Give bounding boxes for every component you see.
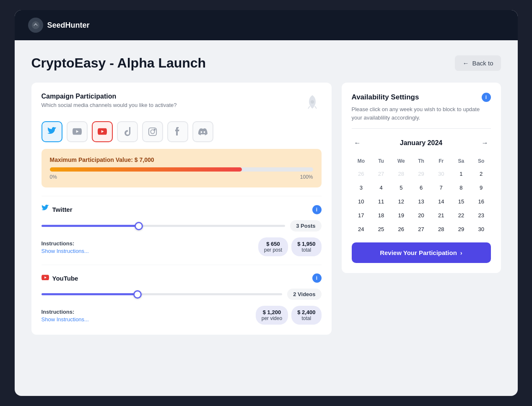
calendar-day[interactable]: 16	[472, 195, 491, 208]
calendar-day[interactable]: 17	[352, 209, 371, 222]
calendar-day[interactable]: 22	[452, 209, 471, 222]
calendar-day-header: Mo	[352, 156, 371, 167]
calendar-day[interactable]: 28	[431, 223, 451, 236]
calendar-day[interactable]: 19	[392, 209, 411, 222]
social-btn-discord[interactable]	[192, 121, 213, 142]
calendar-day[interactable]: 20	[412, 209, 431, 222]
svg-point-0	[31, 21, 39, 29]
rocket-icon	[303, 93, 322, 113]
calendar-day[interactable]: 29	[452, 223, 471, 236]
twitter-slider-row: 3 Posts	[42, 220, 322, 232]
availability-info-icon[interactable]: i	[482, 93, 491, 102]
calendar-month: January 2024	[400, 139, 442, 147]
youtube-icon	[42, 274, 49, 283]
twitter-info-icon[interactable]: i	[312, 205, 322, 214]
svg-point-4	[151, 130, 154, 133]
calendar-next-button[interactable]: →	[479, 137, 491, 149]
twitter-instructions-left: Instructions: Show Instructions...	[42, 239, 89, 255]
social-icons-row	[42, 121, 322, 142]
twitter-slider-thumb[interactable]	[135, 222, 143, 230]
social-btn-youtube-red[interactable]	[92, 121, 113, 142]
calendar-day[interactable]: 18	[371, 209, 391, 222]
calendar-day[interactable]: 9	[472, 181, 491, 194]
calendar-day[interactable]: 28	[392, 167, 411, 180]
calendar-day[interactable]: 8	[452, 181, 471, 194]
calendar-day[interactable]: 13	[412, 195, 431, 208]
social-btn-twitter[interactable]	[42, 121, 62, 142]
calendar-day[interactable]: 21	[431, 209, 451, 222]
twitter-total-badge: $ 1,950 total	[291, 237, 321, 256]
logo-icon	[28, 18, 43, 33]
calendar-prev-button[interactable]: ←	[352, 137, 363, 149]
calendar-day[interactable]: 4	[371, 181, 391, 194]
calendar-day[interactable]: 30	[431, 167, 451, 180]
calendar-day[interactable]: 11	[371, 195, 391, 208]
calendar-day[interactable]: 3	[352, 181, 371, 194]
social-btn-youtube[interactable]	[67, 121, 88, 142]
max-participation-banner: Maximum Participation Value: $ 7,000 0% …	[42, 149, 322, 187]
calendar-nav: ← January 2024 →	[352, 137, 491, 149]
svg-point-1	[35, 23, 36, 25]
youtube-show-instructions[interactable]: Show Instructions...	[42, 316, 89, 323]
calendar-day[interactable]: 29	[412, 167, 431, 180]
social-btn-facebook[interactable]	[167, 121, 188, 142]
twitter-slider-track[interactable]	[42, 225, 285, 227]
calendar-day-header: Th	[412, 156, 431, 167]
calendar-day[interactable]: 7	[431, 181, 451, 194]
back-arrow-icon: ←	[462, 60, 469, 67]
calendar-day[interactable]: 27	[412, 223, 431, 236]
twitter-section: Twitter i 3 Posts	[42, 196, 322, 256]
calendar-day-header: Sa	[452, 156, 471, 167]
calendar-day-header: Tu	[371, 156, 391, 167]
right-panel: Availability Settings i Please click on …	[342, 83, 501, 335]
calendar-day[interactable]: 25	[371, 223, 391, 236]
youtube-total-badge: $ 2,400 total	[291, 306, 321, 325]
calendar-day[interactable]: 26	[392, 223, 411, 236]
page-title: CryptoEasy - Alpha Launch	[31, 55, 206, 71]
calendar-day[interactable]: 2	[472, 167, 491, 180]
content-grid: Campaign Participation Which social medi…	[31, 83, 501, 335]
main-content: CryptoEasy - Alpha Launch ← Back to Camp…	[15, 40, 518, 350]
availability-card: Availability Settings i Please click on …	[342, 83, 501, 273]
calendar-day-header: We	[392, 156, 411, 167]
calendar-day[interactable]: 30	[472, 223, 491, 236]
navbar: SeedHunter	[15, 10, 518, 40]
twitter-header: Twitter i	[42, 205, 322, 214]
campaign-subtitle: Which social media channels would you li…	[42, 102, 177, 108]
campaign-info: Campaign Participation Which social medi…	[42, 93, 177, 108]
twitter-show-instructions[interactable]: Show Instructions...	[42, 248, 89, 254]
calendar-day[interactable]: 6	[412, 181, 431, 194]
social-btn-instagram[interactable]	[142, 121, 163, 142]
twitter-price-badges: $ 650 per post $ 1,950 total	[258, 237, 322, 256]
calendar-day[interactable]: 10	[352, 195, 371, 208]
youtube-slider-row: 2 Videos	[42, 289, 322, 300]
social-btn-tiktok[interactable]	[117, 121, 138, 142]
campaign-header: Campaign Participation Which social medi…	[42, 93, 322, 113]
calendar-day[interactable]: 1	[452, 167, 471, 180]
progress-labels: 0% 100%	[50, 174, 313, 180]
youtube-slider-track[interactable]	[42, 293, 283, 295]
back-button[interactable]: ← Back to	[455, 55, 501, 71]
calendar-grid: MoTuWeThFrSaSo26272829301234567891011121…	[352, 156, 491, 236]
calendar-day[interactable]: 15	[452, 195, 471, 208]
calendar-day[interactable]: 27	[371, 167, 391, 180]
calendar-day[interactable]: 23	[472, 209, 491, 222]
calendar-day[interactable]: 12	[392, 195, 411, 208]
availability-header: Availability Settings i	[352, 93, 491, 102]
calendar-day[interactable]: 26	[352, 167, 371, 180]
twitter-icon	[42, 205, 49, 214]
calendar-day-header: Fr	[431, 156, 451, 167]
youtube-section: YouTube i 2 Videos	[42, 265, 322, 325]
calendar-day[interactable]: 24	[352, 223, 371, 236]
twitter-posts-badge: 3 Posts	[290, 220, 321, 232]
youtube-instructions-row: Instructions: Show Instructions... $ 1,2…	[42, 306, 322, 325]
youtube-instructions-left: Instructions: Show Instructions...	[42, 308, 89, 323]
youtube-slider-thumb[interactable]	[133, 290, 142, 299]
availability-title: Availability Settings	[352, 93, 419, 102]
svg-point-2	[311, 100, 314, 104]
calendar-day[interactable]: 14	[431, 195, 451, 208]
calendar-day[interactable]: 5	[392, 181, 411, 194]
review-participation-button[interactable]: Review Your Participation ›	[352, 242, 491, 263]
left-panel: Campaign Participation Which social medi…	[31, 83, 332, 335]
youtube-info-icon[interactable]: i	[312, 273, 322, 283]
